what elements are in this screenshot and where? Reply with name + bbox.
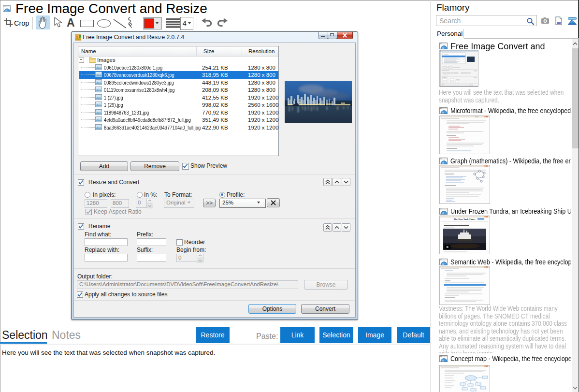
svg-text:The New York Times: The New York Times <box>454 218 476 220</box>
